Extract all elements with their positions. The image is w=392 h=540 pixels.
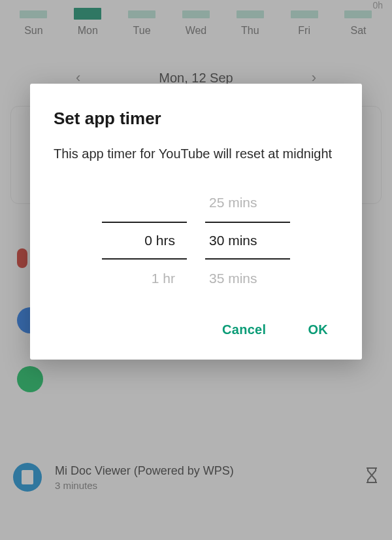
set-app-timer-dialog: Set app timer This app timer for YouTube… xyxy=(30,84,362,360)
ok-button[interactable]: OK xyxy=(301,317,335,343)
hours-prev[interactable] xyxy=(102,184,187,222)
dialog-title: Set app timer xyxy=(54,109,338,129)
minutes-next[interactable]: 35 mins xyxy=(205,260,290,297)
minutes-prev[interactable]: 25 mins xyxy=(205,184,290,222)
dialog-actions: Cancel OK xyxy=(54,317,338,343)
minutes-wheel[interactable]: 25 mins 30 mins 35 mins xyxy=(205,184,290,297)
time-picker: 0 hrs 1 hr 25 mins 30 mins 35 mins xyxy=(54,184,338,297)
cancel-button[interactable]: Cancel xyxy=(216,317,272,343)
hours-next[interactable]: 1 hr xyxy=(102,260,187,297)
hours-wheel[interactable]: 0 hrs 1 hr xyxy=(102,184,187,297)
dialog-description: This app timer for YouTube will reset at… xyxy=(54,144,338,163)
hours-selected[interactable]: 0 hrs xyxy=(102,222,187,260)
minutes-selected[interactable]: 30 mins xyxy=(205,222,290,260)
